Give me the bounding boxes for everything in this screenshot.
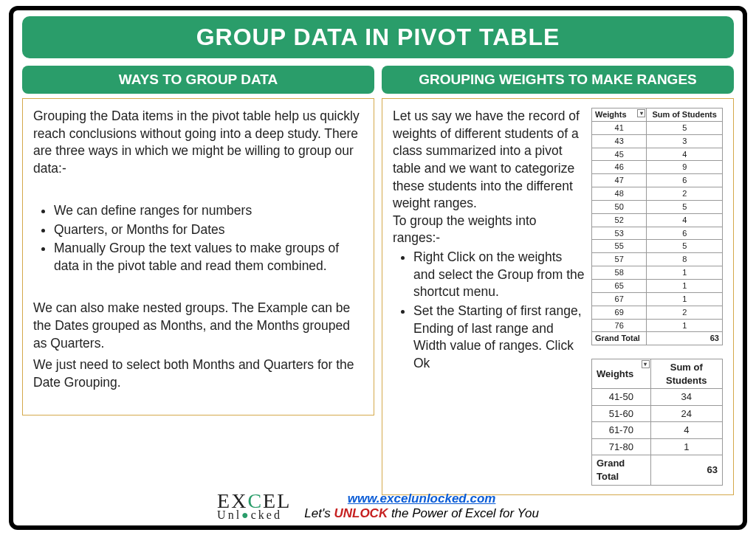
tagline-unlock: UNLOCK [334, 506, 388, 520]
table-cell: 34 [650, 389, 722, 406]
list-item: We can define ranges for numbers [54, 202, 363, 220]
table-cell: 1 [647, 279, 723, 292]
table-cell: 51-60 [592, 405, 651, 422]
logo-sub: Unl●cked [217, 510, 291, 520]
footer: EXCEL Unl●cked www.excelunlocked.com Let… [13, 492, 743, 521]
grand-total-value: 63 [650, 455, 722, 485]
table-cell: 76 [592, 319, 647, 332]
table-cell: 4 [650, 422, 722, 439]
table-row: 41-5034 [592, 389, 723, 406]
table-cell: 5 [647, 240, 723, 253]
table-row: 476 [592, 174, 723, 187]
table-row: 581 [592, 266, 723, 280]
table-cell: 9 [647, 161, 723, 174]
table-row: 415 [592, 121, 723, 134]
table-cell: 67 [592, 292, 647, 306]
right-steps: Right Click on the weights and select th… [393, 249, 585, 372]
table-cell: 58 [592, 266, 647, 280]
list-item: Manually Group the text values to make g… [54, 240, 363, 275]
logo: EXCEL Unl●cked [217, 492, 291, 521]
right-text: Let us say we have the record of weights… [393, 108, 585, 486]
pt1-body: 4154334544694764825055245365555785816516… [592, 121, 723, 332]
col-header-weights[interactable]: Weights ▾ [592, 108, 647, 122]
table-row: 505 [592, 200, 723, 213]
col-header-sum: Sum of Students [647, 108, 723, 122]
list-item: Set the Starting of first range, Ending … [413, 303, 585, 373]
table-cell: 6 [647, 174, 723, 187]
left-column: WAYS TO GROUP DATA Grouping the Data ite… [22, 66, 374, 495]
table-row: 433 [592, 134, 723, 148]
table-row: 469 [592, 161, 723, 174]
table-cell: 46 [592, 161, 647, 174]
table-row: 671 [592, 292, 723, 306]
table-cell: 3 [647, 134, 723, 148]
table-row: 482 [592, 187, 723, 201]
left-intro: Grouping the Data items in the pivot tab… [33, 108, 363, 178]
page-frame: GROUP DATA IN PIVOT TABLE WAYS TO GROUP … [9, 6, 747, 530]
columns: WAYS TO GROUP DATA Grouping the Data ite… [22, 66, 734, 495]
table-cell: 50 [592, 200, 647, 213]
table-cell: 47 [592, 174, 647, 187]
table-row: 61-704 [592, 422, 723, 439]
left-para3: We just need to select both Months and Q… [33, 356, 363, 391]
table-cell: 71-80 [592, 438, 651, 455]
table-row: 651 [592, 279, 723, 292]
table-cell: 53 [592, 227, 647, 240]
table-cell: 45 [592, 148, 647, 161]
table-cell: 69 [592, 306, 647, 319]
table-cell: 2 [647, 306, 723, 319]
grand-total-label: Grand Total [592, 332, 647, 345]
table-cell: 1 [647, 266, 723, 280]
dropdown-icon[interactable]: ▾ [637, 109, 645, 117]
right-lead: To group the weights into ranges:- [393, 213, 537, 246]
right-column: GROUPING WEIGHTS TO MAKE RANGES Let us s… [382, 66, 734, 495]
table-cell: 5 [647, 121, 723, 134]
table-row: 71-801 [592, 438, 723, 455]
tagline-post: the Power of Excel for You [388, 506, 539, 520]
pivot-table-grouped: Weights ▾ Sum of Students 41-503451-6024… [591, 359, 723, 485]
table-cell: 2 [647, 187, 723, 201]
table-row: 51-6024 [592, 405, 723, 422]
grand-total-label: Grand Total [592, 455, 651, 485]
table-cell: 6 [647, 227, 723, 240]
left-heading: WAYS TO GROUP DATA [22, 66, 374, 94]
logo-top: EXCEL [217, 492, 291, 510]
table-cell: 1 [647, 319, 723, 332]
table-cell: 1 [650, 438, 722, 455]
table-row: 692 [592, 306, 723, 319]
table-cell: 55 [592, 240, 647, 253]
left-para2: We can also make nested groups. The Exam… [33, 300, 363, 352]
col-header-sum: Sum of Students [650, 359, 722, 389]
footer-link[interactable]: www.excelunlocked.com [348, 492, 496, 506]
table-cell: 41 [592, 121, 647, 134]
table-cell: 4 [647, 148, 723, 161]
table-row: 555 [592, 240, 723, 253]
grand-total-value: 63 [647, 332, 723, 345]
table-cell: 5 [647, 200, 723, 213]
table-cell: 24 [650, 405, 722, 422]
table-cell: 52 [592, 213, 647, 227]
right-body: Let us say we have the record of weights… [393, 108, 723, 486]
pt2-body: 41-503451-602461-70471-801 [592, 389, 723, 455]
dropdown-icon[interactable]: ▾ [642, 360, 650, 368]
table-cell: 8 [647, 253, 723, 266]
right-heading: GROUPING WEIGHTS TO MAKE RANGES [382, 66, 734, 94]
table-cell: 41-50 [592, 389, 651, 406]
list-item: Quarters, or Months for Dates [54, 221, 363, 239]
page-title-banner: GROUP DATA IN PIVOT TABLE [22, 16, 734, 58]
table-row: 761 [592, 319, 723, 332]
left-box: Grouping the Data items in the pivot tab… [22, 98, 374, 415]
footer-text: www.excelunlocked.com Let's UNLOCK the P… [304, 492, 539, 521]
list-item: Right Click on the weights and select th… [413, 249, 585, 301]
col-header-weights[interactable]: Weights ▾ [592, 359, 651, 389]
table-cell: 61-70 [592, 422, 651, 439]
table-row: 454 [592, 148, 723, 161]
table-cell: 65 [592, 279, 647, 292]
table-row: 524 [592, 213, 723, 227]
table-row: 536 [592, 227, 723, 240]
right-tables: Weights ▾ Sum of Students 41543345446947… [591, 108, 723, 486]
table-row: 578 [592, 253, 723, 266]
table-cell: 43 [592, 134, 647, 148]
table-cell: 4 [647, 213, 723, 227]
left-bullets: We can define ranges for numbers Quarter… [33, 202, 363, 275]
